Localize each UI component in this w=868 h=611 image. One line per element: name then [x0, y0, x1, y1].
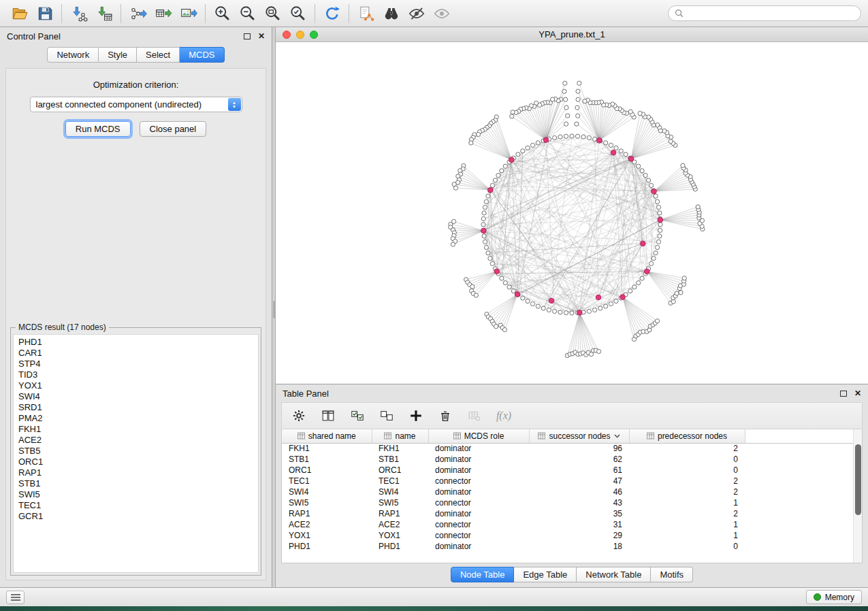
network-node[interactable]	[637, 164, 641, 168]
export-image-button[interactable]	[176, 3, 201, 24]
network-node[interactable]	[656, 246, 660, 250]
mcds-hub-node[interactable]	[652, 189, 657, 195]
mcds-hub-node[interactable]	[596, 295, 601, 300]
network-node[interactable]	[598, 306, 602, 310]
network-node[interactable]	[490, 261, 494, 265]
network-node[interactable]	[669, 139, 673, 144]
network-node[interactable]	[575, 134, 579, 138]
table-row[interactable]: SWI4SWI4dominator462	[282, 486, 853, 497]
table-row[interactable]: STB1STB1dominator620	[282, 454, 853, 465]
network-node[interactable]	[583, 99, 587, 103]
network-node[interactable]	[511, 110, 515, 114]
mcds-result-item[interactable]: YOX1	[18, 380, 253, 391]
window-zoom-icon[interactable]	[310, 31, 318, 39]
network-node[interactable]	[558, 135, 562, 139]
network-node[interactable]	[484, 246, 488, 250]
network-node[interactable]	[614, 146, 618, 150]
control-tab-style[interactable]: Style	[99, 47, 137, 63]
network-node[interactable]	[530, 143, 534, 147]
network-node[interactable]	[658, 228, 662, 232]
mcds-hub-node[interactable]	[611, 150, 616, 156]
optimization-criterion-dropdown[interactable]: largest connected component (undirected)…	[30, 97, 242, 112]
table-row[interactable]: PHD1PHD1dominator180	[282, 541, 853, 552]
mcds-result-item[interactable]: SRD1	[18, 402, 253, 413]
network-node[interactable]	[564, 97, 568, 101]
toggle-panels-button[interactable]	[6, 591, 25, 604]
network-node[interactable]	[654, 251, 658, 255]
network-node[interactable]	[575, 122, 579, 126]
network-node[interactable]	[643, 174, 647, 178]
hide-details-button[interactable]	[404, 3, 429, 24]
network-node[interactable]	[597, 349, 601, 353]
network-node[interactable]	[658, 234, 662, 238]
network-node[interactable]	[482, 211, 486, 215]
delete-columns-button[interactable]	[435, 406, 455, 426]
mcds-result-item[interactable]: RAP1	[18, 467, 253, 478]
mcds-result-item[interactable]: SWI4	[18, 391, 253, 402]
network-node[interactable]	[564, 134, 568, 138]
table-row[interactable]: ACE2ACE2connector311	[282, 519, 853, 530]
network-node[interactable]	[649, 183, 654, 187]
network-node[interactable]	[624, 152, 628, 156]
network-node[interactable]	[609, 143, 613, 147]
mcds-hub-node[interactable]	[543, 137, 549, 143]
panel-splitter[interactable]	[272, 27, 276, 587]
table-tab-motifs[interactable]: Motifs	[651, 567, 693, 582]
network-node[interactable]	[682, 276, 686, 280]
network-node[interactable]	[581, 135, 585, 139]
control-tab-network[interactable]: Network	[47, 47, 99, 63]
network-node[interactable]	[530, 302, 534, 306]
network-node[interactable]	[500, 276, 504, 280]
network-node[interactable]	[604, 141, 608, 145]
table-row[interactable]: YOX1YOX1connector291	[282, 530, 853, 541]
mcds-result-item[interactable]: FKH1	[18, 424, 253, 435]
network-node[interactable]	[469, 141, 473, 145]
network-node[interactable]	[562, 89, 566, 93]
show-details-button[interactable]	[429, 3, 454, 24]
float-panel-icon[interactable]	[244, 33, 251, 39]
network-node[interactable]	[564, 105, 568, 110]
memory-button[interactable]: Memory	[806, 590, 862, 604]
float-table-panel-icon[interactable]	[840, 391, 847, 397]
delete-table-button[interactable]	[464, 406, 485, 426]
network-node[interactable]	[570, 134, 574, 138]
network-node[interactable]	[484, 199, 488, 203]
network-node[interactable]	[619, 149, 623, 153]
share-document-button[interactable]	[353, 3, 379, 24]
network-node[interactable]	[507, 285, 511, 289]
table-row[interactable]: RAP1RAP1dominator352	[282, 508, 853, 519]
network-node[interactable]	[609, 302, 613, 306]
network-node[interactable]	[637, 281, 641, 285]
table-scrollbar[interactable]	[853, 429, 862, 563]
network-node[interactable]	[638, 112, 642, 116]
network-node[interactable]	[481, 222, 485, 227]
search-input[interactable]	[687, 9, 854, 18]
zoom-fit-button[interactable]	[260, 3, 285, 24]
network-node[interactable]	[521, 296, 525, 300]
network-node[interactable]	[553, 309, 557, 313]
table-row[interactable]: TEC1TEC1connector472	[282, 476, 853, 486]
mcds-result-item[interactable]: STP4	[18, 359, 253, 369]
network-node[interactable]	[536, 304, 540, 308]
network-node[interactable]	[696, 205, 700, 209]
mcds-result-item[interactable]: ORC1	[18, 457, 253, 467]
column-header-successor-nodes[interactable]: successor nodes	[529, 429, 629, 443]
mcds-hub-node[interactable]	[515, 292, 520, 297]
network-graph[interactable]	[276, 42, 868, 384]
export-network-button[interactable]	[125, 3, 150, 24]
zoom-selected-button[interactable]	[285, 3, 310, 24]
function-builder-button[interactable]: f(x)	[494, 406, 514, 426]
network-node[interactable]	[577, 81, 581, 85]
mcds-hub-node[interactable]	[494, 269, 500, 274]
table-row[interactable]: ORC1ORC1dominator610	[282, 465, 853, 476]
table-tab-network-table[interactable]: Network Table	[577, 567, 651, 582]
network-node[interactable]	[521, 149, 525, 153]
network-node[interactable]	[494, 325, 498, 329]
network-canvas[interactable]	[276, 42, 868, 384]
network-node[interactable]	[553, 135, 557, 139]
network-node[interactable]	[649, 261, 654, 265]
network-node[interactable]	[526, 299, 530, 303]
save-session-button[interactable]	[32, 3, 57, 24]
network-node[interactable]	[593, 308, 597, 312]
network-node[interactable]	[640, 276, 644, 280]
